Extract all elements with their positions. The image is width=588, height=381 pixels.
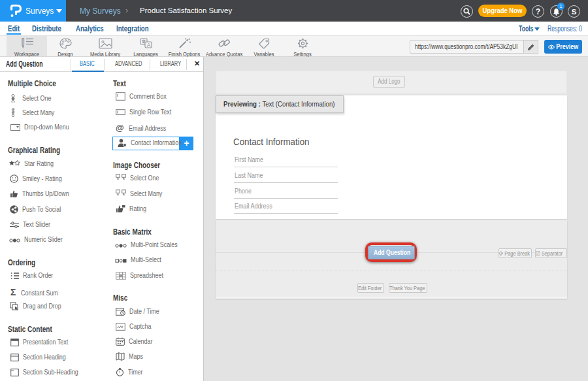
svg-text:A: A (146, 42, 150, 48)
